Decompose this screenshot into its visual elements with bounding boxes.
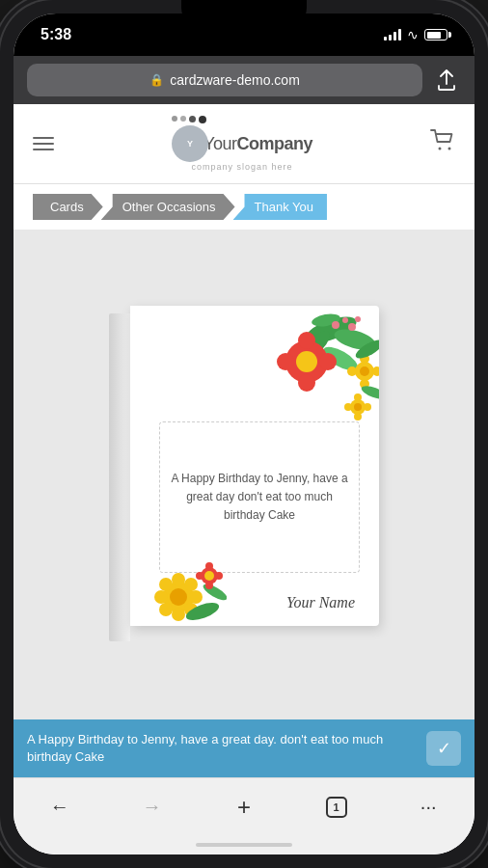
cart-icon[interactable]: [430, 129, 455, 158]
svg-point-45: [205, 582, 213, 589]
forward-button[interactable]: →: [130, 786, 173, 828]
svg-point-9: [298, 374, 315, 392]
back-button[interactable]: ←: [39, 786, 81, 828]
breadcrumb-thank-you-label: Thank You: [255, 200, 313, 214]
logo-main: Y YourCompany: [172, 125, 312, 162]
svg-point-22: [360, 366, 369, 376]
logo-badge: Y: [172, 125, 208, 162]
wifi-icon: ∿: [407, 27, 419, 42]
svg-point-1: [447, 148, 450, 150]
svg-point-44: [205, 562, 213, 570]
browser-bar: 🔒 cardzware-demo.com: [14, 56, 474, 104]
svg-point-48: [204, 571, 214, 581]
forward-icon: →: [142, 796, 161, 818]
svg-point-13: [332, 321, 339, 329]
svg-point-30: [354, 403, 362, 411]
svg-point-26: [354, 393, 362, 401]
svg-point-10: [277, 353, 294, 370]
svg-point-16: [355, 316, 361, 322]
more-button[interactable]: ···: [407, 786, 449, 828]
logo: Y YourCompany company slogan here: [172, 116, 312, 172]
logo-tagline: company slogan here: [172, 162, 312, 172]
signal-icon: [384, 29, 401, 41]
check-icon: ✓: [437, 738, 451, 759]
breadcrumb-thank-you[interactable]: Thank You: [233, 194, 327, 220]
breadcrumb-other-occasions-label: Other Occasions: [122, 200, 216, 214]
share-button[interactable]: [432, 69, 461, 91]
svg-point-37: [184, 578, 198, 591]
card-signature: Your Name: [286, 594, 355, 611]
status-icons: ∿: [384, 27, 447, 42]
svg-point-34: [154, 590, 168, 604]
breadcrumb: Cards Other Occasions Thank You: [14, 184, 474, 230]
svg-point-32: [172, 573, 185, 586]
svg-point-11: [319, 353, 337, 370]
card-area: A Happy Birthday to Jenny, have a great …: [14, 230, 474, 719]
battery-icon: [424, 29, 447, 41]
add-tab-button[interactable]: +: [223, 786, 265, 828]
url-text: cardzware-demo.com: [170, 72, 300, 88]
add-icon: +: [237, 794, 251, 821]
breadcrumb-cards-label: Cards: [50, 200, 84, 214]
tooltip-message: A Happy Birthday to Jenny, have a great …: [27, 731, 417, 766]
phone-frame: 5:38 ∿ 🔒 cardzware-demo.com: [0, 0, 488, 868]
breadcrumb-nav: Cards Other Occasions Thank You: [33, 194, 327, 220]
svg-point-46: [196, 572, 203, 580]
card-message: A Happy Birthday to Jenny, have a great …: [160, 460, 359, 535]
tabs-count: 1: [326, 797, 347, 818]
svg-point-8: [298, 332, 315, 349]
svg-point-28: [344, 403, 352, 411]
svg-point-15: [348, 323, 356, 331]
home-indicator: [14, 835, 474, 854]
logo-your: Your: [203, 134, 236, 153]
svg-point-14: [342, 317, 348, 323]
card-body: A Happy Birthday to Jenny, have a great …: [130, 306, 379, 626]
flowers-bottom-left: [149, 558, 227, 626]
svg-point-40: [170, 588, 187, 606]
flowers-top-right: [244, 306, 379, 431]
browser-nav: ← → + 1 ···: [14, 777, 474, 835]
breadcrumb-other-occasions[interactable]: Other Occasions: [101, 194, 235, 220]
card-content-area: A Happy Birthday to Jenny, have a great …: [159, 421, 360, 573]
svg-point-27: [354, 413, 362, 420]
notch: [181, 0, 307, 27]
svg-point-33: [172, 608, 185, 621]
svg-point-47: [215, 572, 223, 580]
home-indicator-bar: [196, 843, 292, 847]
card-wrapper: A Happy Birthday to Jenny, have a great …: [109, 306, 379, 634]
tooltip-bar: A Happy Birthday to Jenny, have a great …: [14, 719, 474, 777]
back-icon: ←: [50, 796, 69, 818]
url-bar[interactable]: 🔒 cardzware-demo.com: [27, 64, 422, 96]
svg-point-38: [159, 603, 173, 616]
site-header: Y YourCompany company slogan here: [14, 104, 474, 184]
svg-point-12: [296, 351, 317, 372]
svg-point-29: [364, 403, 371, 411]
tooltip-check-button[interactable]: ✓: [426, 731, 461, 766]
logo-dots: [172, 116, 312, 123]
svg-point-0: [438, 148, 441, 150]
tabs-count-label: 1: [334, 801, 339, 813]
svg-point-35: [189, 590, 203, 604]
more-icon: ···: [420, 796, 437, 818]
web-content: Y YourCompany company slogan here: [14, 104, 474, 854]
tabs-button[interactable]: 1: [315, 786, 358, 828]
svg-point-42: [201, 581, 227, 603]
status-time: 5:38: [41, 26, 71, 43]
breadcrumb-cards[interactable]: Cards: [33, 194, 103, 220]
hamburger-menu[interactable]: [33, 137, 54, 150]
logo-name: YourCompany: [203, 134, 312, 154]
logo-company: Company: [236, 134, 312, 153]
card-spine: [109, 313, 130, 641]
screen: 5:38 ∿ 🔒 cardzware-demo.com: [14, 14, 474, 854]
svg-point-20: [347, 366, 357, 376]
lock-icon: 🔒: [149, 73, 164, 87]
svg-point-36: [159, 578, 173, 591]
